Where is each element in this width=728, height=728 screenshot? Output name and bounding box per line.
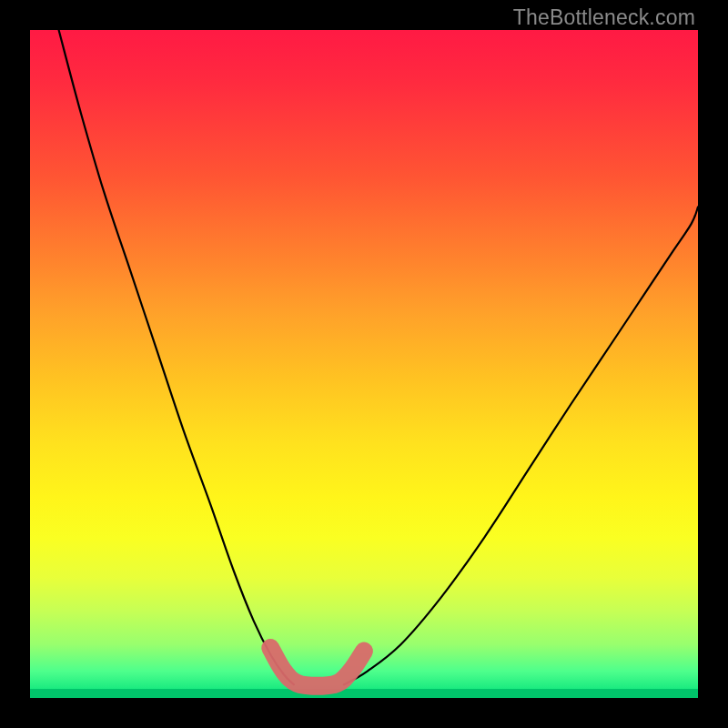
black-curve-right (344, 207, 698, 685)
black-curve-left (59, 30, 294, 684)
chart-svg (30, 30, 698, 698)
pink-flat-zone (270, 648, 364, 686)
watermark-text: TheBottleneck.com (513, 5, 695, 30)
chart-frame: TheBottleneck.com (0, 0, 728, 728)
